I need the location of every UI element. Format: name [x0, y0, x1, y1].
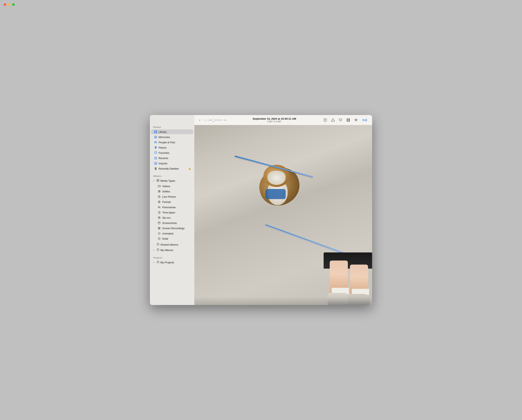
svg-rect-36 — [157, 249, 159, 251]
enhance-button[interactable] — [353, 117, 359, 123]
my-projects-label: My Projects — [160, 261, 174, 264]
sidebar-item-screenshots[interactable]: Screenshots — [151, 220, 193, 225]
favorite-button[interactable] — [338, 117, 343, 123]
content-area: ‹ − + September 14, 2024 at 10:45:11 AM … — [194, 115, 372, 305]
sidebar-item-raw[interactable]: RAW — [151, 236, 193, 241]
chevron-down-icon-2: ▾ — [153, 249, 155, 251]
selfies-label: Selfies — [162, 190, 170, 193]
toolbar-left: ‹ − + — [198, 117, 226, 123]
videos-icon — [158, 185, 161, 188]
raw-label: RAW — [162, 237, 168, 240]
videos-label: Videos — [162, 185, 170, 188]
svg-point-21 — [158, 196, 160, 198]
app-body: Photos Library — [150, 115, 372, 305]
chevron-right-icon: › — [153, 244, 155, 246]
dog-face — [268, 171, 286, 185]
sidebar-item-animated[interactable]: Animated — [151, 231, 193, 236]
back-button[interactable]: ‹ — [198, 117, 202, 123]
slomo-label: Slo-mo — [162, 216, 170, 219]
sidebar-item-portrait[interactable]: Portrait — [151, 200, 193, 204]
sidebar-item-screen-recordings[interactable]: Screen Recordings — [151, 226, 193, 231]
timelapse-label: Time-lapse — [162, 211, 175, 214]
svg-rect-34 — [158, 238, 160, 240]
photo-date: September 14, 2024 at 10:45:11 AM — [229, 117, 320, 120]
svg-rect-41 — [347, 119, 350, 122]
svg-rect-3 — [156, 132, 157, 133]
svg-rect-1 — [156, 131, 157, 132]
sidebar-item-videos[interactable]: Videos — [151, 184, 193, 189]
sidebar: Photos Library — [150, 115, 194, 305]
live-photos-icon — [158, 195, 161, 198]
svg-point-6 — [154, 141, 155, 142]
person-legs — [295, 249, 372, 305]
svg-point-20 — [160, 191, 160, 191]
shared-albums-toggle[interactable]: › Shared Albums — [151, 242, 193, 247]
screenshots-icon — [158, 221, 161, 225]
dog-figure — [251, 165, 316, 225]
svg-rect-17 — [158, 185, 160, 187]
photo-count: 5,887 of 5,887 — [229, 120, 320, 123]
projects-section-label: Projects — [150, 255, 194, 260]
toolbar: ‹ − + September 14, 2024 at 10:45:11 AM … — [194, 115, 372, 125]
slomo-icon — [158, 216, 161, 219]
panoramas-label: Panoramas — [162, 206, 176, 209]
raw-icon — [158, 237, 161, 240]
shared-albums-icon — [157, 243, 159, 246]
albums-section-label: Albums — [150, 173, 194, 178]
my-albums-icon — [157, 249, 159, 252]
sidebar-library-label: Library — [159, 130, 167, 133]
app-window: Photos Library — [150, 115, 372, 305]
sidebar-item-imports[interactable]: Imports — [151, 161, 193, 166]
svg-point-5 — [155, 137, 156, 138]
ground-shadow — [194, 297, 372, 305]
sidebar-item-recents[interactable]: Recents — [151, 156, 193, 161]
sidebar-item-selfies[interactable]: Selfies — [151, 189, 193, 194]
info-button[interactable] — [322, 117, 328, 123]
my-albums-toggle[interactable]: ▾ My Albums — [151, 248, 193, 253]
zoom-plus-button[interactable]: + — [224, 118, 226, 122]
sidebar-item-library[interactable]: Library — [151, 129, 193, 134]
media-types-toggle[interactable]: ▾ Media Types — [151, 178, 193, 183]
lock-icon: 🔒 — [188, 167, 191, 170]
toolbar-right: Edit — [322, 117, 369, 123]
crop-button[interactable] — [345, 117, 351, 123]
sidebar-places-label: Places — [159, 146, 167, 149]
sidebar-item-places[interactable]: Places — [151, 145, 193, 150]
sidebar-item-recently-deleted[interactable]: Recently Deleted 🔒 — [151, 166, 193, 171]
animated-label: Animated — [162, 232, 173, 235]
my-albums-label: My Albums — [160, 249, 173, 252]
svg-point-22 — [159, 196, 160, 197]
sidebar-item-slo-mo[interactable]: Slo-mo — [151, 215, 193, 220]
screen-recordings-icon — [158, 226, 161, 230]
svg-point-8 — [155, 147, 156, 148]
my-projects-toggle[interactable]: ▾ My Projects — [151, 260, 193, 265]
edit-button[interactable]: Edit — [361, 117, 369, 123]
toolbar-center: September 14, 2024 at 10:45:11 AM 5,887 … — [229, 117, 320, 123]
zoom-slider[interactable] — [207, 120, 223, 120]
sidebar-item-panoramas[interactable]: Panoramas — [151, 205, 193, 210]
sidebar-item-memories[interactable]: Memories — [151, 135, 193, 140]
svg-rect-0 — [154, 131, 155, 132]
screen-recordings-label: Screen Recordings — [162, 227, 185, 230]
sidebar-item-people-pets[interactable]: People & Pets — [151, 140, 193, 145]
panoramas-icon — [158, 206, 161, 209]
shared-albums-label: Shared Albums — [160, 243, 178, 246]
zoom-minus-button[interactable]: − — [204, 118, 206, 122]
sidebar-item-favorites[interactable]: Favorites — [151, 150, 193, 155]
sidebar-memories-label: Memories — [159, 136, 170, 139]
svg-rect-37 — [157, 261, 159, 263]
svg-point-19 — [159, 191, 160, 192]
selfies-icon — [158, 190, 161, 193]
svg-point-40 — [325, 119, 325, 119]
favorites-icon — [154, 151, 157, 155]
svg-point-24 — [159, 201, 160, 202]
sidebar-item-live-photos[interactable]: Live Photos — [151, 194, 193, 199]
animated-icon — [158, 232, 161, 235]
live-photos-label: Live Photos — [162, 195, 176, 198]
svg-point-29 — [158, 222, 159, 222]
dog-harness — [265, 189, 286, 199]
sidebar-item-time-lapse[interactable]: Time-lapse — [151, 210, 193, 215]
share-button[interactable] — [330, 117, 336, 123]
sidebar-recently-deleted-label: Recently Deleted — [159, 167, 179, 170]
timelapse-icon — [158, 211, 161, 214]
